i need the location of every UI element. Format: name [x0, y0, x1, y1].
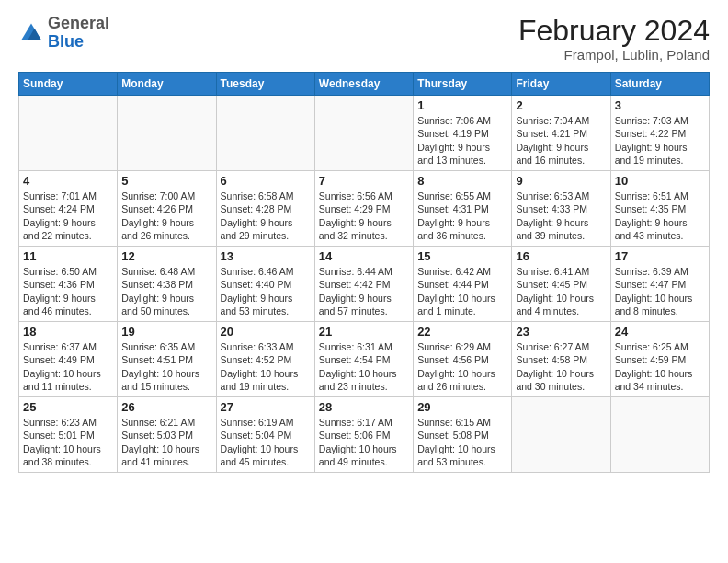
- table-row: 25Sunrise: 6:23 AM Sunset: 5:01 PM Dayli…: [19, 397, 118, 473]
- logo-general-text: General: [48, 14, 109, 32]
- logo: General Blue: [18, 15, 109, 52]
- day-number: 29: [417, 400, 507, 414]
- day-number: 5: [121, 174, 211, 188]
- table-row: 12Sunrise: 6:48 AM Sunset: 4:38 PM Dayli…: [118, 247, 216, 322]
- table-row: [216, 96, 314, 171]
- table-row: 20Sunrise: 6:33 AM Sunset: 4:52 PM Dayli…: [216, 322, 314, 397]
- day-info: Sunrise: 6:56 AM Sunset: 4:29 PM Dayligh…: [319, 190, 409, 242]
- table-row: [19, 96, 118, 171]
- day-number: 8: [417, 174, 507, 188]
- day-info: Sunrise: 6:27 AM Sunset: 4:58 PM Dayligh…: [516, 340, 606, 393]
- day-info: Sunrise: 6:55 AM Sunset: 4:31 PM Dayligh…: [417, 190, 507, 242]
- table-row: 27Sunrise: 6:19 AM Sunset: 5:04 PM Dayli…: [216, 397, 314, 473]
- day-number: 19: [121, 325, 211, 339]
- day-info: Sunrise: 6:23 AM Sunset: 5:01 PM Dayligh…: [23, 416, 113, 468]
- table-row: [610, 397, 709, 473]
- day-info: Sunrise: 6:58 AM Sunset: 4:28 PM Dayligh…: [221, 190, 311, 242]
- col-sunday: Sunday: [19, 73, 118, 96]
- day-number: 16: [516, 249, 606, 263]
- day-number: 22: [417, 325, 507, 339]
- day-number: 7: [319, 174, 409, 188]
- calendar-week-2: 4Sunrise: 7:01 AM Sunset: 4:24 PM Daylig…: [19, 171, 710, 247]
- day-number: 24: [615, 325, 705, 339]
- day-info: Sunrise: 6:15 AM Sunset: 5:08 PM Dayligh…: [417, 416, 507, 468]
- table-row: 22Sunrise: 6:29 AM Sunset: 4:56 PM Dayli…: [414, 322, 512, 397]
- table-row: [118, 96, 216, 171]
- col-friday: Friday: [512, 73, 610, 96]
- month-title: February 2024: [518, 15, 710, 47]
- day-info: Sunrise: 6:46 AM Sunset: 4:40 PM Dayligh…: [221, 265, 311, 317]
- day-info: Sunrise: 6:44 AM Sunset: 4:42 PM Dayligh…: [319, 265, 409, 317]
- calendar-week-1: 1Sunrise: 7:06 AM Sunset: 4:19 PM Daylig…: [19, 96, 710, 171]
- table-row: 11Sunrise: 6:50 AM Sunset: 4:36 PM Dayli…: [19, 247, 118, 322]
- calendar-week-3: 11Sunrise: 6:50 AM Sunset: 4:36 PM Dayli…: [19, 247, 710, 322]
- day-number: 11: [23, 249, 113, 263]
- col-saturday: Saturday: [610, 73, 709, 96]
- day-number: 25: [23, 400, 113, 414]
- table-row: 24Sunrise: 6:25 AM Sunset: 4:59 PM Dayli…: [610, 322, 709, 397]
- table-row: 10Sunrise: 6:51 AM Sunset: 4:35 PM Dayli…: [610, 171, 709, 247]
- table-row: 13Sunrise: 6:46 AM Sunset: 4:40 PM Dayli…: [216, 247, 314, 322]
- day-info: Sunrise: 7:06 AM Sunset: 4:19 PM Dayligh…: [417, 114, 507, 167]
- table-row: 15Sunrise: 6:42 AM Sunset: 4:44 PM Dayli…: [414, 247, 512, 322]
- day-info: Sunrise: 6:39 AM Sunset: 4:47 PM Dayligh…: [615, 265, 705, 317]
- table-row: [314, 96, 413, 171]
- day-info: Sunrise: 7:03 AM Sunset: 4:22 PM Dayligh…: [615, 114, 705, 167]
- calendar-header-row: Sunday Monday Tuesday Wednesday Thursday…: [19, 73, 710, 96]
- day-number: 9: [516, 174, 606, 188]
- table-row: 8Sunrise: 6:55 AM Sunset: 4:31 PM Daylig…: [414, 171, 512, 247]
- day-info: Sunrise: 6:50 AM Sunset: 4:36 PM Dayligh…: [23, 265, 113, 317]
- day-info: Sunrise: 6:35 AM Sunset: 4:51 PM Dayligh…: [121, 340, 211, 393]
- col-wednesday: Wednesday: [314, 73, 413, 96]
- day-number: 13: [221, 249, 311, 263]
- logo-icon: [18, 20, 44, 46]
- table-row: 28Sunrise: 6:17 AM Sunset: 5:06 PM Dayli…: [314, 397, 413, 473]
- day-info: Sunrise: 6:31 AM Sunset: 4:54 PM Dayligh…: [319, 340, 409, 393]
- col-thursday: Thursday: [414, 73, 512, 96]
- table-row: 5Sunrise: 7:00 AM Sunset: 4:26 PM Daylig…: [118, 171, 216, 247]
- table-row: 7Sunrise: 6:56 AM Sunset: 4:29 PM Daylig…: [314, 171, 413, 247]
- day-info: Sunrise: 6:29 AM Sunset: 4:56 PM Dayligh…: [417, 340, 507, 393]
- day-number: 15: [417, 249, 507, 263]
- day-info: Sunrise: 6:33 AM Sunset: 4:52 PM Dayligh…: [221, 340, 311, 393]
- table-row: 2Sunrise: 7:04 AM Sunset: 4:21 PM Daylig…: [512, 96, 610, 171]
- table-row: 29Sunrise: 6:15 AM Sunset: 5:08 PM Dayli…: [414, 397, 512, 473]
- table-row: 3Sunrise: 7:03 AM Sunset: 4:22 PM Daylig…: [610, 96, 709, 171]
- table-row: 23Sunrise: 6:27 AM Sunset: 4:58 PM Dayli…: [512, 322, 610, 397]
- table-row: 9Sunrise: 6:53 AM Sunset: 4:33 PM Daylig…: [512, 171, 610, 247]
- table-row: 21Sunrise: 6:31 AM Sunset: 4:54 PM Dayli…: [314, 322, 413, 397]
- day-number: 10: [615, 174, 705, 188]
- col-monday: Monday: [118, 73, 216, 96]
- day-info: Sunrise: 6:19 AM Sunset: 5:04 PM Dayligh…: [221, 416, 311, 468]
- day-number: 28: [319, 400, 409, 414]
- day-number: 23: [516, 325, 606, 339]
- day-number: 12: [121, 249, 211, 263]
- location-title: Frampol, Lublin, Poland: [518, 47, 710, 63]
- logo-blue-text: Blue: [48, 32, 84, 51]
- table-row: 18Sunrise: 6:37 AM Sunset: 4:49 PM Dayli…: [19, 322, 118, 397]
- day-number: 4: [23, 174, 113, 188]
- title-block: February 2024 Frampol, Lublin, Poland: [518, 15, 710, 63]
- day-number: 2: [516, 98, 606, 112]
- calendar-week-4: 18Sunrise: 6:37 AM Sunset: 4:49 PM Dayli…: [19, 322, 710, 397]
- calendar-table: Sunday Monday Tuesday Wednesday Thursday…: [18, 72, 710, 473]
- logo-text: General Blue: [48, 15, 109, 52]
- day-number: 21: [319, 325, 409, 339]
- page: General Blue February 2024 Frampol, Lubl…: [0, 0, 728, 563]
- day-info: Sunrise: 6:25 AM Sunset: 4:59 PM Dayligh…: [615, 340, 705, 393]
- day-info: Sunrise: 6:53 AM Sunset: 4:33 PM Dayligh…: [516, 190, 606, 242]
- day-info: Sunrise: 7:00 AM Sunset: 4:26 PM Dayligh…: [121, 190, 211, 242]
- day-number: 1: [417, 98, 507, 112]
- day-number: 3: [615, 98, 705, 112]
- table-row: 17Sunrise: 6:39 AM Sunset: 4:47 PM Dayli…: [610, 247, 709, 322]
- table-row: 26Sunrise: 6:21 AM Sunset: 5:03 PM Dayli…: [118, 397, 216, 473]
- day-number: 6: [221, 174, 311, 188]
- day-info: Sunrise: 6:42 AM Sunset: 4:44 PM Dayligh…: [417, 265, 507, 317]
- day-number: 14: [319, 249, 409, 263]
- table-row: 6Sunrise: 6:58 AM Sunset: 4:28 PM Daylig…: [216, 171, 314, 247]
- table-row: 1Sunrise: 7:06 AM Sunset: 4:19 PM Daylig…: [414, 96, 512, 171]
- day-info: Sunrise: 7:01 AM Sunset: 4:24 PM Dayligh…: [23, 190, 113, 242]
- day-number: 20: [221, 325, 311, 339]
- calendar-body: 1Sunrise: 7:06 AM Sunset: 4:19 PM Daylig…: [19, 96, 710, 473]
- header: General Blue February 2024 Frampol, Lubl…: [18, 15, 710, 63]
